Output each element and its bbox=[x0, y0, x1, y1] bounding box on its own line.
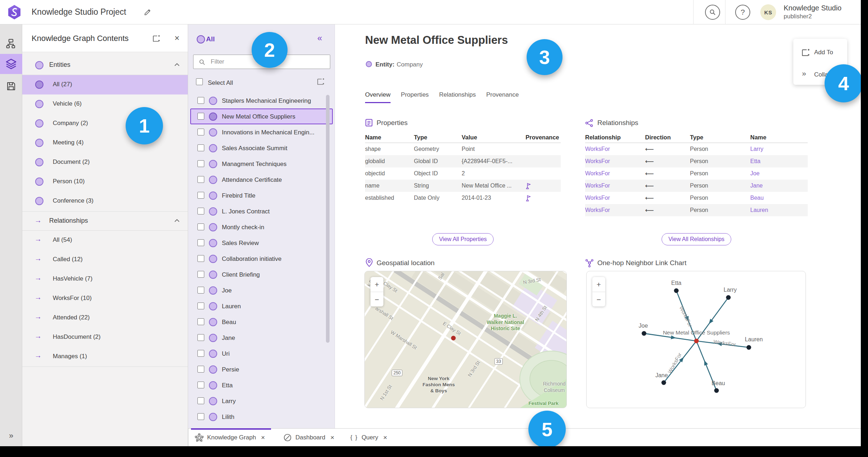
node-beau[interactable] bbox=[714, 388, 719, 393]
link-chart[interactable]: WorksForWorksForWorksForEttaLarryJoeLaur… bbox=[586, 271, 806, 408]
sidebar-item-person-10-[interactable]: Person (10) bbox=[22, 172, 188, 191]
table-cell[interactable]: Beau bbox=[750, 195, 808, 201]
item-checkbox[interactable] bbox=[197, 350, 204, 357]
sidebar-item-all-27-[interactable]: All (27) bbox=[22, 75, 188, 94]
collapse-list-icon[interactable]: « bbox=[317, 33, 322, 43]
list-item-joe[interactable]: Joe bbox=[190, 282, 333, 298]
item-checkbox[interactable] bbox=[197, 192, 204, 199]
list-item-larry[interactable]: Larry bbox=[190, 393, 333, 409]
item-checkbox[interactable] bbox=[197, 334, 204, 341]
sidebar-item-worksfor-10-[interactable]: →WorksFor (10) bbox=[22, 289, 188, 308]
provenance-flag-icon[interactable] bbox=[526, 195, 532, 202]
item-checkbox[interactable] bbox=[197, 255, 204, 262]
list-item-collaboration-initiative[interactable]: Collaboration initiative bbox=[190, 251, 333, 267]
table-cell[interactable]: Larry bbox=[750, 146, 808, 152]
list-item-uri[interactable]: Uri bbox=[190, 346, 333, 361]
list-item-new-metal-office-suppliers[interactable]: New Metal Office Suppliers bbox=[190, 109, 333, 124]
list-item-sales-review[interactable]: Sales Review bbox=[190, 235, 333, 251]
table-cell[interactable]: WorksFor bbox=[585, 195, 645, 201]
list-item-staplers-mechanical-engineering[interactable]: Staplers Mechanical Engineering bbox=[190, 93, 333, 109]
sidebar-item-vehicle-6-[interactable]: Vehicle (6) bbox=[22, 94, 188, 114]
list-item-jane[interactable]: Jane bbox=[190, 330, 333, 346]
item-checkbox[interactable] bbox=[197, 144, 204, 151]
close-tab-icon[interactable]: × bbox=[383, 434, 387, 442]
list-item-sales-associate-summit[interactable]: Sales Associate Summit bbox=[190, 140, 333, 156]
zoom-in-button[interactable]: + bbox=[370, 277, 383, 292]
contents-tool-button[interactable] bbox=[0, 54, 22, 74]
item-checkbox[interactable] bbox=[197, 366, 204, 373]
item-checkbox[interactable] bbox=[197, 160, 204, 167]
list-scrollbar[interactable] bbox=[326, 95, 330, 343]
list-filter-type[interactable]: All bbox=[206, 35, 215, 43]
item-checkbox[interactable] bbox=[197, 129, 204, 135]
close-tab-icon[interactable]: × bbox=[261, 434, 265, 442]
view-tab-dashboard[interactable]: Dashboard× bbox=[283, 429, 334, 447]
table-cell[interactable]: WorksFor bbox=[585, 183, 645, 189]
node-center[interactable] bbox=[694, 339, 699, 343]
sidebar-item-company-2-[interactable]: Company (2) bbox=[22, 114, 188, 133]
table-cell[interactable]: Joe bbox=[750, 170, 808, 177]
view-tab-knowledge-graph[interactable]: Knowledge Graph× bbox=[195, 429, 265, 447]
tab-provenance[interactable]: Provenance bbox=[486, 91, 519, 102]
view-all-relationships-button[interactable]: View All Relationships bbox=[662, 233, 731, 245]
item-checkbox[interactable] bbox=[197, 413, 204, 420]
table-cell[interactable]: WorksFor bbox=[585, 158, 645, 165]
close-panel-icon[interactable]: × bbox=[174, 33, 179, 43]
search-button[interactable] bbox=[705, 5, 720, 20]
item-checkbox[interactable] bbox=[197, 113, 204, 120]
schema-tool-button[interactable] bbox=[0, 34, 22, 54]
table-cell[interactable]: WorksFor bbox=[585, 146, 645, 152]
tab-overview[interactable]: Overview bbox=[365, 91, 391, 103]
sidebar-item-manages-1-[interactable]: →Manages (1) bbox=[22, 347, 188, 366]
sidebar-item-hasvehicle-7-[interactable]: →HasVehicle (7) bbox=[22, 269, 188, 289]
select-all-checkbox[interactable] bbox=[196, 78, 203, 85]
zoom-out-button[interactable]: − bbox=[370, 292, 383, 306]
geospatial-map[interactable]: W Clay StE Clay Starshall StW Marshall S… bbox=[364, 271, 567, 408]
item-checkbox[interactable] bbox=[197, 271, 204, 278]
entities-section-header[interactable]: Entities bbox=[22, 56, 188, 75]
view-all-properties-button[interactable]: View All Properties bbox=[432, 233, 494, 245]
table-cell[interactable]: WorksFor bbox=[585, 207, 645, 213]
node-joe[interactable] bbox=[642, 331, 647, 336]
list-item-attendance-certificate[interactable]: Attendance Certificate bbox=[190, 172, 333, 188]
item-checkbox[interactable] bbox=[197, 303, 204, 309]
node-lauren[interactable] bbox=[747, 345, 751, 350]
provenance-flag-icon[interactable] bbox=[526, 183, 532, 189]
list-item-innovations-in-mechanical-engin-[interactable]: Innovations in Mechanical Engin... bbox=[190, 124, 333, 140]
list-item-firebird-title[interactable]: Firebird Title bbox=[190, 188, 333, 203]
view-tab-query[interactable]: { }Query× bbox=[350, 429, 387, 447]
tab-relationships[interactable]: Relationships bbox=[439, 91, 476, 102]
sidebar-item-all-54-[interactable]: →All (54) bbox=[22, 231, 188, 250]
item-checkbox[interactable] bbox=[197, 223, 204, 230]
item-checkbox[interactable] bbox=[197, 382, 204, 388]
table-cell[interactable]: Jane bbox=[750, 183, 808, 189]
edge-jane[interactable] bbox=[665, 342, 696, 381]
item-checkbox[interactable] bbox=[197, 318, 204, 325]
node-etta[interactable] bbox=[674, 288, 679, 293]
zoom-in-button[interactable]: + bbox=[592, 277, 605, 292]
list-item-lilith[interactable]: Lilith bbox=[190, 409, 333, 425]
close-tab-icon[interactable]: × bbox=[330, 434, 334, 442]
sidebar-item-conference-3-[interactable]: Conference (3) bbox=[22, 191, 188, 211]
list-item-beau[interactable]: Beau bbox=[190, 314, 333, 330]
node-jane[interactable] bbox=[662, 380, 666, 385]
table-cell[interactable]: Etta bbox=[750, 158, 808, 165]
list-item-client-briefing[interactable]: Client Briefing bbox=[190, 267, 333, 282]
list-item-managment-techniques[interactable]: Managment Techniques bbox=[190, 156, 333, 172]
expand-rail-button[interactable]: » bbox=[0, 431, 22, 440]
sidebar-item-hasdocument-2-[interactable]: →HasDocument (2) bbox=[22, 328, 188, 347]
list-item-etta[interactable]: Etta bbox=[190, 377, 333, 393]
edit-pencil-icon[interactable] bbox=[144, 8, 152, 16]
list-item-lauren[interactable]: Lauren bbox=[190, 298, 333, 314]
item-checkbox[interactable] bbox=[197, 97, 204, 104]
add-to-map-icon[interactable] bbox=[317, 77, 325, 86]
help-button[interactable]: ? bbox=[735, 5, 750, 20]
sidebar-item-called-12-[interactable]: →Called (12) bbox=[22, 250, 188, 269]
add-to-button[interactable]: Add To bbox=[814, 49, 833, 56]
item-checkbox[interactable] bbox=[197, 287, 204, 294]
list-item-montly-check-in[interactable]: Montly check-in bbox=[190, 219, 333, 235]
node-larry[interactable] bbox=[726, 295, 731, 300]
sidebar-item-document-2-[interactable]: Document (2) bbox=[22, 153, 188, 172]
zoom-out-button[interactable]: − bbox=[592, 292, 605, 306]
item-checkbox[interactable] bbox=[197, 397, 204, 404]
